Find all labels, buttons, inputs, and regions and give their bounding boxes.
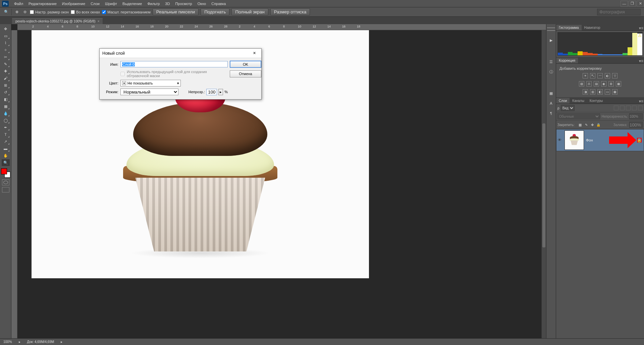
all-windows-checkbox[interactable]: Во всех окнах [71, 10, 100, 14]
fg-color-swatch[interactable] [1, 168, 7, 174]
threshold-icon[interactable]: ◧ [597, 89, 603, 95]
zoom-level[interactable]: 100% [3, 340, 12, 344]
dodge-tool-icon[interactable]: ◯ [2, 117, 10, 124]
layer-color-select[interactable]: ✕Не показывать▾ [120, 80, 181, 87]
info-icon[interactable]: ⓘ [548, 69, 554, 74]
color-balance-icon[interactable]: ⚖ [586, 81, 592, 87]
character-icon[interactable]: A [548, 101, 554, 106]
menu-layers[interactable]: Слои [88, 1, 102, 7]
window-maximize-button[interactable]: ❐ [629, 1, 636, 7]
layer-name-input[interactable]: Слой 0 [120, 61, 228, 67]
menu-type[interactable]: Шрифт [102, 1, 120, 7]
collapse-grip-icon[interactable] [547, 27, 555, 31]
bw-icon[interactable]: ▤ [594, 81, 599, 87]
gradient-map-icon[interactable]: ▭ [605, 89, 610, 95]
histogram-warning-icon[interactable]: ⚠ [638, 33, 642, 38]
eraser-tool-icon[interactable]: ◧ [2, 96, 10, 103]
zoom-out-icon[interactable]: ⊖ [22, 9, 28, 15]
zoom-tool-icon[interactable]: 🔍 [2, 159, 10, 166]
magic-wand-tool-icon[interactable]: ✧ [2, 47, 10, 53]
play-icon[interactable]: ▶ [548, 38, 554, 43]
type-tool-icon[interactable]: T [2, 131, 10, 138]
lookup-icon[interactable]: ▦ [616, 81, 621, 87]
move-tool-icon[interactable]: ✥ [2, 25, 10, 32]
healing-brush-tool-icon[interactable]: ✚ [2, 68, 10, 74]
arrow-icon[interactable]: ▸ [19, 340, 20, 344]
fill-input[interactable] [629, 122, 643, 128]
window-minimize-button[interactable]: — [621, 1, 628, 7]
channel-mixer-icon[interactable]: ⊞ [608, 81, 614, 87]
menu-edit[interactable]: Редактирование [26, 1, 59, 7]
panel-menu-icon[interactable]: ▾≡ [639, 26, 643, 31]
brush-tool-icon[interactable]: 🖌 [2, 75, 10, 81]
tab-layers[interactable]: Слои [556, 98, 570, 104]
quick-mask-icon[interactable] [2, 179, 9, 185]
invert-icon[interactable]: ◨ [583, 89, 588, 95]
hue-icon[interactable]: ▨ [579, 81, 584, 87]
posterize-icon[interactable]: ▥ [590, 89, 595, 95]
full-screen-button[interactable]: Полный экран [231, 8, 268, 15]
opacity-input[interactable] [629, 113, 643, 119]
tab-adjustments[interactable]: Коррекция [556, 58, 578, 63]
close-tab-icon[interactable]: × [98, 19, 100, 23]
tab-histogram[interactable]: Гистограмма [556, 25, 582, 31]
menu-window[interactable]: Окно [195, 1, 209, 7]
cancel-button[interactable]: Отмена [230, 70, 261, 77]
exposure-icon[interactable]: ◐ [605, 73, 610, 78]
menu-3d[interactable]: 3D [162, 1, 172, 7]
blur-tool-icon[interactable]: 💧 [2, 110, 10, 117]
layer-filter-select[interactable]: Вид [561, 105, 575, 111]
pen-tool-icon[interactable]: ✒ [2, 124, 10, 131]
selective-color-icon[interactable]: ▦ [612, 89, 618, 95]
library-search-input[interactable] [597, 9, 641, 15]
lock-position-icon[interactable]: ✥ [590, 122, 595, 127]
panel-menu-icon[interactable]: ▾≡ [639, 99, 643, 104]
shape-tool-icon[interactable]: ▬ [2, 145, 10, 152]
opacity-flyout-icon[interactable]: ▸ [218, 89, 223, 95]
lock-all-icon[interactable]: 🔒 [596, 122, 601, 127]
actual-pixels-button[interactable]: Реальные пиксели [153, 8, 199, 15]
filter-smart-icon[interactable] [638, 106, 643, 110]
crop-tool-icon[interactable]: ✂ [2, 54, 10, 60]
lock-transparency-icon[interactable]: ▦ [578, 122, 583, 127]
brightness-icon[interactable]: ☀ [583, 73, 588, 78]
eyedropper-tool-icon[interactable]: ✎ [2, 61, 10, 67]
layer-visibility-icon[interactable]: 👁 [558, 138, 562, 142]
filter-adjust-icon[interactable] [620, 106, 625, 110]
arrow-icon[interactable]: ▸ [61, 340, 62, 344]
levels-icon[interactable]: ⛏ [590, 73, 595, 78]
resize-windows-checkbox[interactable]: Настр. размер окон [30, 10, 69, 14]
ok-button[interactable]: OK [230, 61, 261, 68]
layer-lock-icon[interactable]: 🔒 [637, 138, 642, 142]
window-close-button[interactable]: ✕ [637, 1, 644, 7]
menu-view[interactable]: Просмотр [172, 1, 195, 7]
color-swatches[interactable] [1, 168, 10, 178]
panel-menu-icon[interactable]: ▾≡ [639, 59, 643, 63]
filter-type-icon[interactable] [626, 106, 631, 110]
lock-pixels-icon[interactable]: ✎ [584, 122, 589, 127]
blend-mode-select[interactable]: Обычные [557, 113, 600, 119]
layer-name-label[interactable]: Фон [586, 138, 593, 142]
scrubby-zoom-checkbox[interactable]: Масшт. перетаскиванием [102, 10, 151, 14]
menu-filter[interactable]: Фильтр [145, 1, 162, 7]
marquee-tool-icon[interactable]: ▭ [2, 33, 10, 39]
zoom-tool-icon[interactable]: 🔍 [3, 9, 9, 15]
menu-select[interactable]: Выделение [120, 1, 145, 7]
document-tab[interactable]: pexels-vojtech-okenka-1055272.jpg @ 100%… [12, 18, 103, 24]
filter-pixel-icon[interactable] [614, 106, 619, 110]
zoom-in-icon[interactable]: ⊕ [14, 9, 20, 15]
menu-image[interactable]: Изображение [59, 1, 88, 7]
tab-paths[interactable]: Контуры [587, 98, 605, 104]
blend-mode-select[interactable]: Нормальный [120, 89, 178, 95]
vibrance-icon[interactable]: ▽ [612, 73, 618, 78]
gradient-tool-icon[interactable]: ▦ [2, 103, 10, 110]
screen-mode-icon[interactable] [2, 187, 9, 192]
layer-row-background[interactable]: 👁 Фон 🔒 [556, 129, 644, 151]
clone-stamp-tool-icon[interactable]: ⊞ [2, 82, 10, 89]
fit-screen-button[interactable]: Подогнать [201, 8, 229, 15]
layer-thumbnail[interactable] [565, 130, 584, 150]
print-size-button[interactable]: Размер оттиска [270, 8, 310, 15]
filter-shape-icon[interactable] [632, 106, 637, 110]
vertical-scrollbar[interactable] [541, 30, 546, 341]
tab-channels[interactable]: Каналы [570, 98, 587, 104]
